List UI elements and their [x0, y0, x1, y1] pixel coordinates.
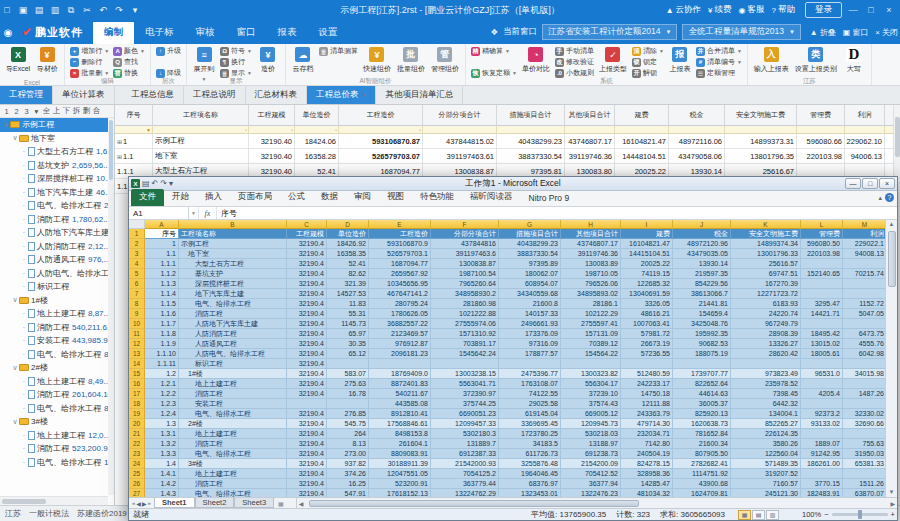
excel-cell[interactable]: 工程项名称: [179, 229, 287, 239]
table-cell[interactable]: 地下室: [153, 149, 249, 164]
excel-cell[interactable]: 32190.4: [287, 449, 327, 459]
excel-cell[interactable]: 32190.4: [287, 489, 327, 497]
tree-dash-icon[interactable]: ·: [20, 445, 28, 452]
excel-cell[interactable]: 611726.73: [499, 449, 561, 459]
excel-cell[interactable]: 人防消防工程: [179, 329, 287, 339]
excel-cell[interactable]: 479714.30: [621, 419, 673, 429]
price-lens-button[interactable]: ¥造价: [254, 46, 282, 75]
excel-cell[interactable]: 16358.35: [327, 249, 369, 259]
excel-cell[interactable]: 6042.98: [843, 349, 885, 359]
excel-cell[interactable]: 92373.2: [801, 409, 843, 419]
excel-cell[interactable]: 1152.72: [843, 299, 885, 309]
tree-dash-icon[interactable]: ·: [20, 310, 28, 317]
row-header-15[interactable]: 15: [129, 369, 145, 379]
print-icon[interactable]: ▥: [48, 5, 62, 15]
excel-cell[interactable]: 30188911.39: [369, 459, 431, 469]
row-header-17[interactable]: 17: [129, 389, 145, 399]
excel-cell[interactable]: 375744.25: [431, 399, 499, 409]
formula-input[interactable]: 序号: [217, 207, 897, 219]
tree-item[interactable]: ∨地下室: [0, 132, 108, 146]
tree-item[interactable]: ·人防消防工程2,12...: [0, 240, 108, 254]
row-header-24[interactable]: 24: [129, 459, 145, 469]
excel-cell[interactable]: 65.97: [327, 329, 369, 339]
excel-cell[interactable]: 人防通风工程: [179, 339, 287, 349]
excel-vertical-scrollbar[interactable]: ▲ ▼: [885, 220, 897, 497]
excel-cell[interactable]: 32190.4: [287, 349, 327, 359]
row-header-13[interactable]: 13: [129, 349, 145, 359]
filter-cell[interactable]: [725, 126, 797, 134]
excel-cell[interactable]: 26673.19: [621, 339, 673, 349]
sheet-nav[interactable]: «◀▶»: [129, 498, 154, 508]
excel-cell[interactable]: 37574.43: [561, 399, 621, 409]
ribbon-collapse-icon[interactable]: ▴: [878, 194, 882, 202]
excel-cell[interactable]: [327, 359, 369, 369]
table-cell[interactable]: 220103.98: [797, 149, 845, 164]
excel-cell[interactable]: 地下室: [179, 249, 287, 259]
filter-cell[interactable]: ▫: [295, 126, 339, 134]
excel-cell[interactable]: 281860.98: [431, 299, 499, 309]
expand-icon[interactable]: ⊞: [117, 153, 122, 160]
excel-tab-视图[interactable]: 视图: [379, 189, 412, 206]
excel-cell[interactable]: 1889.07: [801, 439, 843, 449]
excel-cell[interactable]: [801, 379, 843, 389]
precise-calc-button[interactable]: 精精确算▼: [471, 46, 517, 56]
excel-cell[interactable]: 593106870.9: [369, 239, 431, 249]
excel-cell[interactable]: 13040691.59: [621, 289, 673, 299]
table-cell[interactable]: 16358.28: [295, 149, 339, 164]
excel-cell[interactable]: 182483.91: [801, 489, 843, 497]
excel-cell[interactable]: 1739707.77: [673, 369, 731, 379]
login-button[interactable]: 登录: [805, 2, 842, 18]
add-row-button[interactable]: +增加行▼: [70, 46, 109, 56]
table-cell[interactable]: ⊞1: [115, 134, 153, 149]
close-panel-button[interactable]: ×关闭: [875, 27, 898, 38]
row-header-8[interactable]: 8: [129, 299, 145, 309]
excel-cell[interactable]: 90682.53: [673, 339, 731, 349]
filter-cell[interactable]: [797, 126, 845, 134]
excel-cell[interactable]: 3580.26: [731, 439, 801, 449]
manual-list-button[interactable]: 手手动清单: [555, 46, 594, 56]
excel-cell[interactable]: 消防工程: [179, 439, 287, 449]
excel-cell[interactable]: 2154200.09: [561, 459, 621, 469]
table-cell[interactable]: 596080.66: [797, 134, 845, 149]
collapse-button[interactable]: ▲折叠: [810, 27, 836, 38]
tree-item[interactable]: ·深层搅拌桩工程10...: [0, 172, 108, 186]
excel-cell[interactable]: 825920.13: [673, 409, 731, 419]
excel-cell[interactable]: 14899374.34: [731, 239, 801, 249]
excel-cell[interactable]: [327, 399, 369, 409]
excel-cell[interactable]: [499, 359, 561, 369]
cloud-save-button[interactable]: ☁云存档: [289, 46, 317, 75]
name-box[interactable]: A1: [129, 207, 189, 219]
excel-cell[interactable]: [801, 319, 843, 329]
excel-cell[interactable]: 93133.02: [801, 419, 843, 429]
tree-item[interactable]: ·消防工程540,211.6...: [0, 321, 108, 335]
excel-cell[interactable]: 安装工程: [179, 399, 287, 409]
excel-cell[interactable]: 180062.07: [499, 269, 561, 279]
excel-cell[interactable]: 13015.02: [801, 339, 843, 349]
excel-cell[interactable]: 1.4.3: [145, 489, 179, 497]
excel-cell[interactable]: 1.1.10: [145, 349, 179, 359]
excel-cell[interactable]: 1.4.2: [145, 479, 179, 489]
excel-cell[interactable]: 地上土建工程: [179, 429, 287, 439]
excel-cell[interactable]: 178877.57: [499, 349, 561, 359]
excel-cell[interactable]: 12047551.05: [369, 469, 431, 479]
excel-cell[interactable]: 7054125.2: [431, 469, 499, 479]
excel-cell[interactable]: 32190.4: [287, 279, 327, 289]
excel-cell[interactable]: 973823.49: [731, 369, 801, 379]
excel-cell[interactable]: 13003238.15: [431, 369, 499, 379]
wrap-button[interactable]: ¶换行: [220, 57, 252, 67]
tree-dash-icon[interactable]: ·: [20, 189, 28, 196]
table-cell[interactable]: 32190.40: [249, 149, 295, 164]
tree-dash-icon[interactable]: ·: [20, 283, 28, 290]
tree-item[interactable]: ·地下汽车库土建46...: [0, 186, 108, 200]
excel-cell[interactable]: 5563041.71: [431, 379, 499, 389]
tree-dash-icon[interactable]: ·: [20, 202, 28, 209]
name-box-caret[interactable]: ▼: [189, 207, 199, 219]
excel-cell[interactable]: [369, 359, 431, 369]
cut-icon[interactable]: ✂: [80, 5, 94, 15]
tree-dash-icon[interactable]: ·: [20, 175, 28, 182]
excel-cell[interactable]: 3770.15: [801, 479, 843, 489]
excel-cell[interactable]: 32190.4: [287, 259, 327, 269]
column-header-工程规模[interactable]: 工程规模: [249, 105, 295, 126]
table-cell[interactable]: [885, 134, 893, 149]
row-header-22[interactable]: 22: [129, 439, 145, 449]
